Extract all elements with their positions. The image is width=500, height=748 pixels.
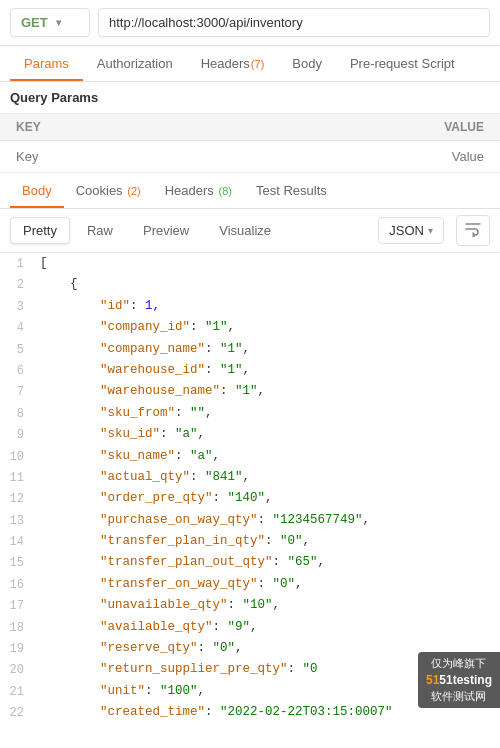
format-bar: Pretty Raw Preview Visualize JSON ▾ bbox=[0, 209, 500, 253]
code-line: 14 "transfer_plan_in_qty": "0", bbox=[0, 531, 500, 552]
line-content: "transfer_plan_in_qty": "0", bbox=[36, 531, 500, 552]
watermark: 仅为峰旗下 5151testing 软件测试网 bbox=[418, 652, 500, 708]
line-content: "id": 1, bbox=[36, 296, 500, 317]
code-line: 6 "warehouse_id": "1", bbox=[0, 360, 500, 381]
tab-body[interactable]: Body bbox=[278, 46, 336, 81]
code-line: 9 "sku_id": "a", bbox=[0, 424, 500, 445]
format-raw-button[interactable]: Raw bbox=[74, 217, 126, 244]
line-number: 22 bbox=[0, 702, 36, 723]
code-line: 13 "purchase_on_way_qty": "1234567749", bbox=[0, 510, 500, 531]
line-number: 12 bbox=[0, 488, 36, 509]
line-number: 21 bbox=[0, 681, 36, 702]
code-line: 8 "sku_from": "", bbox=[0, 403, 500, 424]
line-number: 9 bbox=[0, 424, 36, 445]
line-content: "sku_name": "a", bbox=[36, 446, 500, 467]
line-content: "company_name": "1", bbox=[36, 339, 500, 360]
line-content: "transfer_on_way_qty": "0", bbox=[36, 574, 500, 595]
line-content: "warehouse_name": "1", bbox=[36, 381, 500, 402]
line-number: 3 bbox=[0, 296, 36, 317]
line-content: [ bbox=[36, 253, 500, 274]
line-number: 11 bbox=[0, 467, 36, 488]
tab-test-results[interactable]: Test Results bbox=[244, 173, 339, 208]
params-table: KEY VALUE bbox=[0, 113, 500, 173]
query-params-title: Query Params bbox=[0, 82, 500, 113]
line-content: "sku_id": "a", bbox=[36, 424, 500, 445]
line-content: { bbox=[36, 274, 500, 295]
line-content: "sku_from": "", bbox=[36, 403, 500, 424]
tab-response-headers[interactable]: Headers (8) bbox=[153, 173, 244, 208]
format-pretty-button[interactable]: Pretty bbox=[10, 217, 70, 244]
line-number: 20 bbox=[0, 659, 36, 680]
code-line: 2 { bbox=[0, 274, 500, 295]
code-line: 18 "available_qty": "9", bbox=[0, 617, 500, 638]
url-bar: GET ▾ bbox=[0, 0, 500, 46]
tab-params[interactable]: Params bbox=[10, 46, 83, 81]
line-number: 6 bbox=[0, 360, 36, 381]
code-line: 17 "unavailable_qty": "10", bbox=[0, 595, 500, 616]
line-content: "purchase_on_way_qty": "1234567749", bbox=[36, 510, 500, 531]
key-column-header: KEY bbox=[0, 114, 250, 141]
line-content: "company_id": "1", bbox=[36, 317, 500, 338]
code-line: 11 "actual_qty": "841", bbox=[0, 467, 500, 488]
key-input[interactable] bbox=[16, 149, 234, 164]
code-line: 15 "transfer_plan_out_qty": "65", bbox=[0, 552, 500, 573]
format-visualize-button[interactable]: Visualize bbox=[206, 217, 284, 244]
line-content: "warehouse_id": "1", bbox=[36, 360, 500, 381]
tab-cookies[interactable]: Cookies (2) bbox=[64, 173, 153, 208]
value-input[interactable] bbox=[266, 149, 484, 164]
line-content: "actual_qty": "841", bbox=[36, 467, 500, 488]
line-number: 16 bbox=[0, 574, 36, 595]
code-line: 7 "warehouse_name": "1", bbox=[0, 381, 500, 402]
code-line: 10 "sku_name": "a", bbox=[0, 446, 500, 467]
value-column-header: VALUE bbox=[250, 114, 500, 141]
tab-prerequest[interactable]: Pre-request Script bbox=[336, 46, 469, 81]
method-chevron-icon: ▾ bbox=[56, 17, 61, 28]
line-number: 13 bbox=[0, 510, 36, 531]
method-label: GET bbox=[21, 15, 48, 30]
code-line: 12 "order_pre_qty": "140", bbox=[0, 488, 500, 509]
tab-body-response[interactable]: Body bbox=[10, 173, 64, 208]
line-content: "unavailable_qty": "10", bbox=[36, 595, 500, 616]
table-row bbox=[0, 141, 500, 173]
line-number: 14 bbox=[0, 531, 36, 552]
method-select[interactable]: GET ▾ bbox=[10, 8, 90, 37]
code-line: 16 "transfer_on_way_qty": "0", bbox=[0, 574, 500, 595]
line-number: 8 bbox=[0, 403, 36, 424]
tab-authorization[interactable]: Authorization bbox=[83, 46, 187, 81]
line-number: 4 bbox=[0, 317, 36, 338]
line-content: "transfer_plan_out_qty": "65", bbox=[36, 552, 500, 573]
tab-headers[interactable]: Headers (7) bbox=[187, 46, 279, 81]
url-input[interactable] bbox=[98, 8, 490, 37]
line-content: "available_qty": "9", bbox=[36, 617, 500, 638]
wrap-button[interactable] bbox=[456, 215, 490, 246]
line-number: 15 bbox=[0, 552, 36, 573]
main-tab-bar: Params Authorization Headers (7) Body Pr… bbox=[0, 46, 500, 82]
line-number: 17 bbox=[0, 595, 36, 616]
json-format-select[interactable]: JSON ▾ bbox=[378, 217, 444, 244]
code-line: 5 "company_name": "1", bbox=[0, 339, 500, 360]
code-line: 4 "company_id": "1", bbox=[0, 317, 500, 338]
code-line: 3 "id": 1, bbox=[0, 296, 500, 317]
line-number: 7 bbox=[0, 381, 36, 402]
line-number: 5 bbox=[0, 339, 36, 360]
code-line: 1[ bbox=[0, 253, 500, 274]
line-number: 2 bbox=[0, 274, 36, 295]
line-content: "order_pre_qty": "140", bbox=[36, 488, 500, 509]
line-number: 19 bbox=[0, 638, 36, 659]
line-number: 18 bbox=[0, 617, 36, 638]
body-tab-bar: Body Cookies (2) Headers (8) Test Result… bbox=[0, 173, 500, 209]
line-number: 1 bbox=[0, 253, 36, 274]
line-number: 10 bbox=[0, 446, 36, 467]
format-preview-button[interactable]: Preview bbox=[130, 217, 202, 244]
